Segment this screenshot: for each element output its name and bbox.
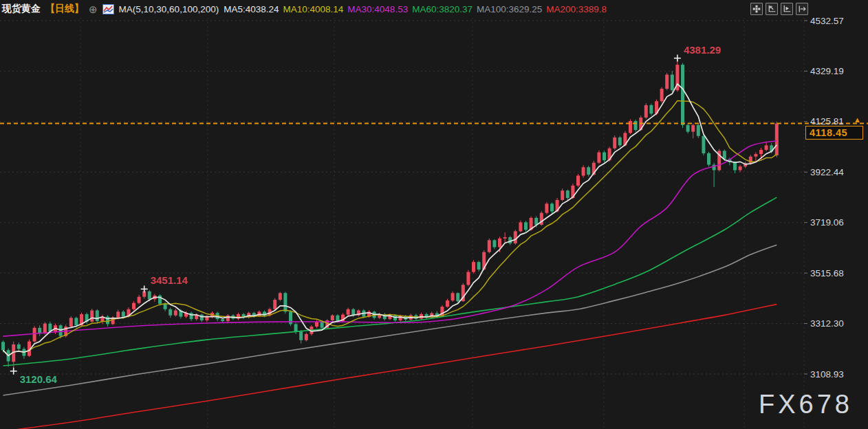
candle	[357, 309, 360, 317]
candle	[347, 308, 350, 316]
ma-value: MA5:4038.24	[224, 4, 279, 14]
candle	[477, 261, 481, 272]
symbol-name: 现货黄金	[2, 3, 41, 15]
candle	[739, 165, 742, 173]
candle	[226, 314, 230, 322]
last-price-tag: 4118.45	[805, 126, 863, 140]
extreme-price-label: 3120.64	[20, 373, 58, 385]
circle-plus-icon[interactable]: ⊕	[89, 4, 98, 14]
candle	[681, 63, 684, 129]
candle	[519, 220, 522, 232]
candle	[446, 299, 449, 308]
candle	[383, 313, 387, 320]
candle	[660, 87, 664, 103]
candle	[299, 330, 303, 343]
gold-daily-kline-chart: 3120.643451.144381.294532.574329.194125.…	[0, 0, 868, 429]
candle	[618, 136, 622, 148]
candle	[576, 174, 580, 187]
ma-parameters-label[interactable]: MA(5,10,30,60,100,200)	[119, 4, 219, 14]
candle	[174, 309, 177, 317]
candle	[38, 325, 41, 336]
indicator-chart-icon[interactable]	[102, 4, 114, 14]
candle	[289, 310, 292, 326]
candle	[96, 309, 99, 324]
ma-value: MA30:4048.53	[347, 4, 408, 14]
chart-header: 现货黄金 【日线】 ⊕ MA(5,10,30,60,100,200) MA5:4…	[0, 0, 868, 18]
candle	[331, 314, 334, 322]
candle	[488, 239, 491, 254]
candle	[514, 230, 517, 245]
candle	[305, 333, 308, 342]
chart-toolbar	[750, 3, 808, 15]
candlestick-chart-canvas[interactable]: 3120.643451.144381.294532.574329.194125.…	[0, 0, 868, 429]
go-to-latest-icon[interactable]	[796, 3, 808, 15]
candle	[242, 313, 246, 319]
candle	[697, 124, 700, 138]
candle	[12, 342, 15, 371]
candle	[754, 153, 757, 162]
extreme-price-label: 4381.29	[684, 44, 721, 56]
candle	[582, 165, 585, 177]
candle	[132, 301, 135, 310]
candle	[451, 292, 455, 302]
candle	[540, 211, 543, 226]
candle	[524, 221, 528, 232]
candle	[190, 311, 193, 321]
candle	[566, 190, 569, 200]
y-axis-tick-label: 3312.30	[810, 318, 844, 329]
candle	[649, 104, 653, 116]
ma30-line	[3, 141, 777, 336]
candle	[545, 202, 548, 214]
candle	[17, 342, 21, 352]
candle	[634, 120, 638, 132]
candle	[7, 349, 10, 367]
candle	[644, 103, 648, 119]
ma-values-legend: MA5:4038.24MA10:4008.14MA30:4048.53MA60:…	[224, 4, 611, 14]
candle	[603, 151, 606, 162]
candle	[597, 151, 600, 164]
y-axis-tick-label: 3719.06	[810, 217, 844, 228]
y-axis[interactable]: 4532.574329.194125.813922.443719.063515.…	[804, 16, 844, 380]
candle	[561, 188, 564, 201]
candle	[686, 123, 690, 133]
candle	[279, 292, 282, 301]
candle	[702, 135, 705, 155]
candle	[717, 149, 721, 171]
candle	[775, 122, 779, 157]
candle	[237, 313, 240, 320]
candle	[665, 73, 669, 90]
candle	[169, 308, 172, 318]
ma-value: MA10:4008.14	[283, 4, 344, 14]
candle	[691, 124, 695, 139]
y-axis-tick-label: 3108.93	[810, 369, 844, 380]
y-axis-tick-label: 3515.68	[810, 268, 844, 278]
low-marker: 3120.64	[10, 368, 58, 385]
interval-label[interactable]: 【日线】	[45, 3, 84, 15]
candle	[22, 347, 25, 359]
candle	[200, 314, 204, 322]
candle	[425, 313, 428, 319]
ma-value: MA100:3629.25	[477, 4, 542, 14]
y-axis-tick-label: 4329.19	[810, 66, 844, 76]
candle	[629, 120, 632, 135]
extreme-price-label: 3451.14	[151, 274, 188, 286]
ma-value: MA200:3389.8	[546, 4, 607, 14]
ma-value: MA60:3820.37	[412, 4, 473, 14]
pan-tool-icon[interactable]	[750, 3, 763, 15]
auto-scroll-icon[interactable]	[781, 3, 793, 15]
candle	[472, 260, 475, 273]
candle	[613, 135, 616, 150]
candle	[492, 239, 496, 249]
price-up-arrow-icon: ▲	[854, 116, 861, 124]
candle	[587, 166, 590, 177]
high-marker: 4381.29	[674, 44, 721, 62]
candle	[294, 322, 298, 334]
high-marker: 3451.14	[141, 274, 188, 292]
candle	[466, 270, 470, 287]
candle	[671, 71, 674, 92]
candle	[503, 232, 507, 242]
candle	[138, 295, 141, 305]
candle	[550, 202, 554, 213]
scale-axis-icon[interactable]	[766, 3, 778, 15]
candle	[100, 315, 104, 324]
